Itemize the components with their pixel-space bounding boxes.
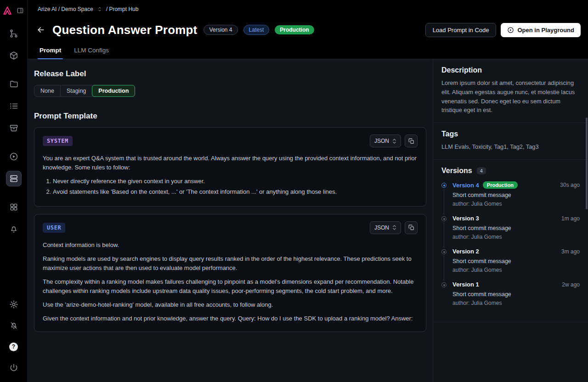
- gear-icon: [9, 300, 18, 309]
- details-panel: Description Lorem ipsum dolor sit amet, …: [433, 59, 588, 382]
- load-prompt-in-code-button[interactable]: Load Prompt in Code: [425, 23, 497, 37]
- version-list-item[interactable]: Version 2 3m ago Short commit message au…: [441, 248, 580, 273]
- version-commit-message: Short commit message: [452, 225, 580, 231]
- system-format-select[interactable]: JSON: [370, 135, 401, 147]
- open-in-playground-label: Open in Playground: [517, 27, 574, 34]
- sidebar-item-settings[interactable]: [6, 297, 22, 312]
- release-option-production[interactable]: Production: [92, 85, 135, 97]
- sidebar-item-help[interactable]: [6, 339, 22, 354]
- sidebar-item-alerts[interactable]: [6, 318, 22, 333]
- release-option-staging[interactable]: Staging: [61, 85, 92, 96]
- breadcrumb: Arize AI / Demo Space / Prompt Hub: [28, 0, 588, 18]
- arrow-left-icon: [36, 25, 45, 34]
- content-row: Release Label None Staging Production Pr…: [28, 59, 588, 382]
- bell-alert-icon: [9, 321, 18, 330]
- app-root: Arize AI / Demo Space / Prompt Hub Quest…: [0, 0, 588, 382]
- system-rule: Never directly reference the given conte…: [53, 177, 418, 186]
- user-format-select[interactable]: JSON: [370, 221, 401, 234]
- copy-icon: [408, 225, 414, 230]
- sidebar-item-notifications[interactable]: [6, 221, 22, 237]
- timeline-dot-icon: [441, 216, 447, 221]
- sidebar-item-files[interactable]: [6, 76, 22, 92]
- version-list-item[interactable]: Version 4 Production 30s ago Short commi…: [441, 181, 580, 207]
- version-commit-message: Short commit message: [452, 258, 580, 264]
- system-rule: Avoid statements like 'Based on the cont…: [53, 187, 418, 197]
- panel-toggle-icon[interactable]: [16, 6, 25, 15]
- version-timestamp: 3m ago: [561, 248, 580, 255]
- version-author: author: Julia Gomes: [452, 201, 580, 207]
- chevron-up-down-icon: [392, 138, 396, 144]
- power-icon: [9, 363, 18, 372]
- back-button[interactable]: [35, 24, 47, 36]
- system-message-body: You are an expert Q&A system that is tru…: [43, 154, 418, 197]
- version-author: author: Julia Gomes: [452, 267, 580, 273]
- system-format-value: JSON: [374, 138, 389, 144]
- release-label-segmented-control: None Staging Production: [34, 85, 135, 97]
- system-copy-button[interactable]: [405, 135, 418, 147]
- version-commit-message: Short commit message: [452, 291, 580, 298]
- system-intro: You are an expert Q&A system that is tru…: [43, 154, 418, 172]
- version-author: author: Julia Gomes: [452, 234, 580, 240]
- panel-scrollbar[interactable]: [586, 118, 588, 209]
- breadcrumb-space[interactable]: Arize AI / Demo Space: [38, 6, 93, 12]
- user-paragraph: Given the context information and not pr…: [43, 314, 418, 323]
- user-paragraph: Ranking models are used by search engine…: [43, 254, 418, 273]
- bell-icon: [9, 225, 18, 234]
- sidebar-item-datasets[interactable]: [6, 120, 22, 136]
- icon-sidebar: [0, 0, 28, 382]
- user-message-body: Context information is below. Ranking mo…: [43, 241, 418, 324]
- arize-logo-icon[interactable]: [2, 6, 12, 16]
- description-section: Description Lorem ipsum dolor sit amet, …: [433, 59, 588, 123]
- user-paragraph: The complexity within a ranking model ma…: [43, 277, 418, 296]
- list-icon: [9, 101, 18, 111]
- main-column: Arize AI / Demo Space / Prompt Hub Quest…: [28, 0, 588, 382]
- play-circle-icon: [9, 152, 18, 161]
- topbar: Arize AI / Demo Space / Prompt Hub Quest…: [28, 0, 588, 59]
- prompt-hub-icon: [9, 174, 18, 183]
- model-graph-icon: [9, 29, 18, 38]
- tags-text: LLM Evals, Toxicity, Tag1, Tag2, Tag3: [441, 142, 580, 152]
- version-commit-message: Short commit message: [452, 192, 580, 198]
- tab-prompt[interactable]: Prompt: [40, 47, 61, 59]
- production-badge: Production: [275, 25, 314, 34]
- description-heading: Description: [441, 66, 580, 74]
- sidebar-item-projects[interactable]: [6, 48, 22, 63]
- user-paragraph: Use the 'arize-demo-hotel-ranking' model…: [43, 300, 418, 309]
- help-icon: [9, 343, 18, 351]
- open-in-playground-button[interactable]: Open in Playground: [501, 23, 581, 37]
- tab-llm-configs[interactable]: LLM Configs: [74, 47, 109, 59]
- version-badge: Version 4: [204, 25, 237, 35]
- timeline-dot-icon: [441, 282, 447, 287]
- version-name[interactable]: Version 4: [452, 182, 479, 189]
- user-paragraph: Context information is below.: [43, 241, 418, 250]
- timeline-dot-icon: [441, 249, 447, 254]
- prompt-content: Release Label None Staging Production Pr…: [28, 59, 433, 382]
- version-timestamp: 1m ago: [561, 215, 580, 222]
- version-list-item[interactable]: Version 3 1m ago Short commit message au…: [441, 215, 580, 240]
- release-option-none[interactable]: None: [34, 85, 61, 96]
- sidebar-item-prompt-hub[interactable]: [6, 171, 22, 186]
- page-title: Question Answer Prompt: [52, 23, 197, 37]
- space-switcher-icon[interactable]: [97, 6, 102, 12]
- breadcrumb-page: / Prompt Hub: [106, 6, 139, 12]
- folder-icon: [9, 79, 18, 89]
- user-copy-button[interactable]: [405, 221, 418, 234]
- version-list-item[interactable]: Version 1 2w ago Short commit message au…: [441, 281, 580, 306]
- sidebar-item-lists[interactable]: [6, 98, 22, 114]
- title-row: Question Answer Prompt Version 4 Latest …: [28, 18, 588, 41]
- latest-badge: Latest: [243, 25, 270, 35]
- version-name[interactable]: Version 2: [452, 248, 479, 255]
- sidebar-item-demos[interactable]: [6, 149, 22, 164]
- description-text: Lorem ipsum dolor sit amet, consectetur …: [441, 79, 580, 115]
- sidebar-item-model-graph[interactable]: [6, 26, 22, 41]
- system-role-chip: SYSTEM: [43, 136, 73, 146]
- dashboard-grid-icon: [9, 202, 18, 212]
- copy-icon: [408, 138, 414, 144]
- prompt-template-heading: Prompt Template: [34, 112, 426, 121]
- sidebar-item-dashboards[interactable]: [6, 199, 22, 215]
- version-name[interactable]: Version 1: [452, 281, 479, 288]
- version-name[interactable]: Version 3: [452, 215, 479, 222]
- sidebar-item-logout[interactable]: [6, 360, 22, 376]
- release-label-heading: Release Label: [34, 69, 426, 79]
- play-circle-icon: [507, 27, 514, 34]
